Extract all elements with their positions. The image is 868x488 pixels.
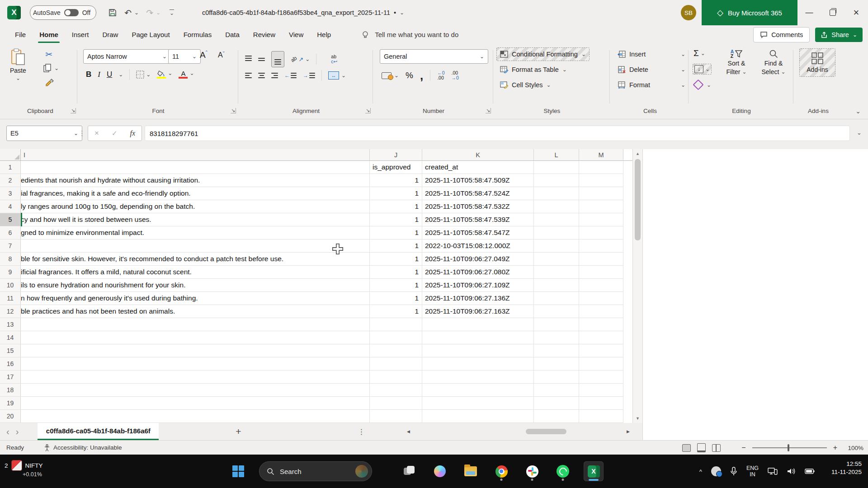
enter-icon[interactable]: ✓ (112, 129, 118, 137)
battery-icon[interactable] (805, 468, 815, 474)
cell-m2[interactable] (579, 174, 623, 187)
cell-i20[interactable] (21, 410, 370, 423)
font-size-select[interactable]: 11 ⌄ (168, 49, 201, 64)
decrease-decimal-button[interactable]: .00 →0 (452, 70, 459, 80)
taskbar-clock[interactable]: 12:55 11-11-2025 (831, 460, 862, 476)
zoom-slider[interactable] (752, 447, 827, 448)
start-button[interactable] (228, 461, 248, 481)
orientation-button[interactable]: ab ↗ ⌄ (291, 56, 310, 63)
undo-chevron-icon[interactable]: ⌄ (134, 10, 139, 15)
cell-i15[interactable] (21, 344, 370, 357)
wrap-text-button[interactable]: ab c↩ (331, 54, 337, 64)
normal-view-button[interactable] (682, 444, 691, 452)
cell-m18[interactable] (579, 384, 623, 397)
close-button[interactable]: × (844, 0, 868, 25)
cell-j5[interactable]: 1 (370, 213, 422, 226)
cell-l2[interactable] (534, 174, 579, 187)
cell-k11[interactable]: 2025-11-10T09:06:27.136Z (422, 292, 534, 305)
cell-i8[interactable]: ble for sensitive skin. However, it's re… (21, 253, 370, 266)
cell-l13[interactable] (534, 318, 579, 331)
column-header-j[interactable]: J (370, 149, 422, 161)
whatsapp-button[interactable] (553, 461, 573, 481)
percent-style-button[interactable]: % (406, 70, 413, 80)
cell-j6[interactable]: 1 (370, 226, 422, 239)
zoom-slider-thumb[interactable] (788, 444, 789, 451)
tab-review[interactable]: Review (246, 25, 282, 44)
formula-input[interactable]: 8318118297761 (145, 126, 850, 141)
cell-k18[interactable] (422, 384, 534, 397)
insert-cells-button[interactable]: Insert ⌄ (614, 47, 689, 61)
tab-data[interactable]: Data (218, 25, 246, 44)
cell-k4[interactable]: 2025-11-10T05:58:47.532Z (422, 200, 534, 213)
excel-taskbar-button[interactable]: X (584, 461, 604, 481)
cell-l16[interactable] (534, 357, 579, 371)
cell-i12[interactable]: ble practices and has not been tested on… (21, 305, 370, 318)
cell-m8[interactable] (579, 253, 623, 266)
row-header[interactable]: 19 (0, 397, 21, 410)
tab-insert[interactable]: Insert (65, 25, 96, 44)
increase-indent-button[interactable]: → (303, 72, 315, 79)
cut-button[interactable]: ✂ (45, 49, 52, 60)
row-header[interactable]: 13 (0, 318, 21, 331)
cell-l11[interactable] (534, 292, 579, 305)
cell-j16[interactable] (370, 357, 422, 371)
cell-k15[interactable] (422, 344, 534, 357)
cell-m6[interactable] (579, 226, 623, 239)
borders-button[interactable]: ⌄ (136, 70, 151, 79)
tab-formulas[interactable]: Formulas (177, 25, 219, 44)
tab-page-layout[interactable]: Page Layout (125, 25, 176, 44)
delete-cells-button[interactable]: Delete ⌄ (614, 63, 689, 76)
align-right-button[interactable] (271, 73, 278, 78)
task-view-button[interactable] (399, 461, 419, 481)
row-header[interactable]: 14 (0, 331, 21, 344)
cell-k17[interactable] (422, 371, 534, 384)
customize-qat-icon[interactable]: ⌄ (170, 9, 174, 16)
cell-m20[interactable] (579, 410, 623, 423)
cell-j15[interactable] (370, 344, 422, 357)
conditional-formatting-button[interactable]: Conditional Formatting ⌄ (496, 47, 590, 61)
row-header[interactable]: 9 (0, 266, 21, 279)
avatar[interactable]: SB (681, 5, 696, 20)
cell-i1[interactable] (21, 161, 370, 174)
copilot-button[interactable] (430, 461, 450, 481)
row-header[interactable]: 18 (0, 384, 21, 397)
clipboard-dialog-launcher[interactable]: ↘ (71, 108, 76, 113)
next-sheet-icon[interactable]: › (16, 427, 25, 437)
insert-function-icon[interactable]: fx (130, 129, 135, 137)
font-color-button[interactable]: A ⌄ (179, 70, 194, 79)
cell-j7[interactable]: 1 (370, 239, 422, 253)
excel-app-icon[interactable]: X (7, 6, 21, 19)
italic-button[interactable]: I (98, 70, 100, 79)
cell-m7[interactable] (579, 239, 623, 253)
cell-l4[interactable] (534, 200, 579, 213)
cell-i4[interactable]: ly ranges around 100g to 150g, depending… (21, 200, 370, 213)
cell-j3[interactable]: 1 (370, 187, 422, 200)
cell-l1[interactable] (534, 161, 579, 174)
horizontal-scrollbar[interactable]: ◀ ▶ (407, 428, 630, 435)
merge-center-button[interactable]: ↔ ⌄ (328, 71, 346, 80)
chrome-button[interactable] (491, 461, 511, 481)
page-break-view-button[interactable] (712, 444, 721, 452)
file-explorer-button[interactable] (461, 461, 481, 481)
format-painter-button[interactable] (45, 78, 54, 87)
cell-m11[interactable] (579, 292, 623, 305)
row-header[interactable]: 20 (0, 410, 21, 423)
cell-k20[interactable] (422, 410, 534, 423)
cell-m17[interactable] (579, 371, 623, 384)
accounting-format-button[interactable]: ⌄ (382, 72, 399, 79)
select-all-button[interactable] (0, 149, 21, 161)
bottom-align-button[interactable] (271, 51, 284, 67)
underline-button[interactable]: U (107, 70, 112, 79)
cell-l19[interactable] (534, 397, 579, 410)
cell-l8[interactable] (534, 253, 579, 266)
tab-help[interactable]: Help (310, 25, 338, 44)
document-title[interactable]: c0ffa8d6-ca05-4b1f-84ab-f186a6f53be4_qna… (202, 0, 404, 25)
cancel-icon[interactable]: × (94, 129, 99, 138)
cell-k9[interactable]: 2025-11-10T09:06:27.080Z (422, 266, 534, 279)
cell-i18[interactable] (21, 384, 370, 397)
tab-draw[interactable]: Draw (95, 25, 125, 44)
cell-i3[interactable]: ial fragrances, making it a safe and eco… (21, 187, 370, 200)
cell-m16[interactable] (579, 357, 623, 371)
zoom-level[interactable]: 100% (844, 445, 863, 451)
scroll-left-icon[interactable]: ◀ (407, 429, 410, 434)
